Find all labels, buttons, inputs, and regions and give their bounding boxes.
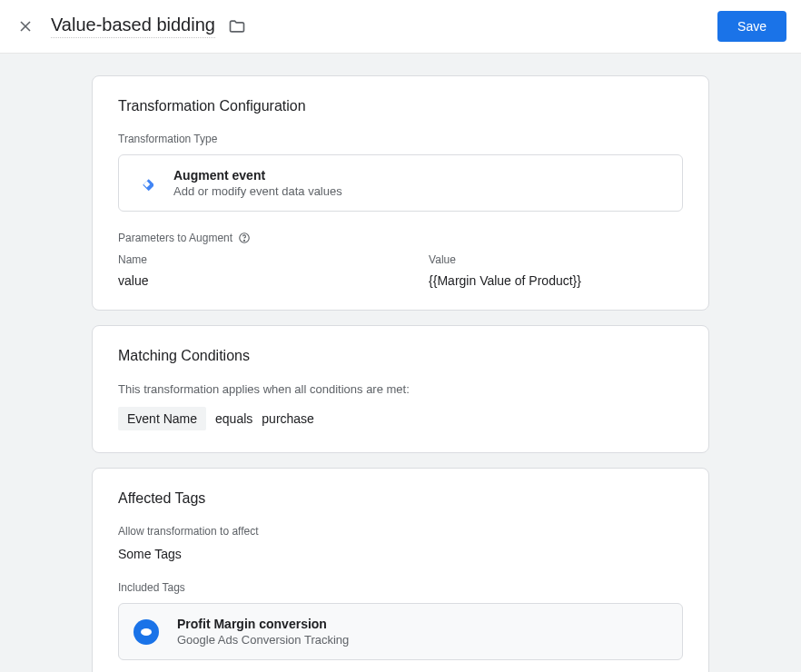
transformation-type-label: Transformation Type: [118, 133, 683, 145]
google-ads-icon: [134, 619, 159, 645]
type-title: Augment event: [173, 168, 342, 183]
condition-value: purchase: [262, 411, 314, 426]
conditions-desc: This transformation applies when all con…: [118, 382, 683, 396]
augment-event-icon: [134, 173, 155, 194]
tags-section-title: Affected Tags: [118, 490, 683, 507]
tag-desc: Google Ads Conversion Tracking: [177, 633, 349, 647]
condition-operator: equals: [215, 411, 252, 426]
page-title[interactable]: Value-based bidding: [51, 15, 215, 38]
included-tag-box[interactable]: Profit Margin conversion Google Ads Conv…: [118, 603, 683, 660]
save-button[interactable]: Save: [717, 11, 786, 42]
param-value-header: Value: [429, 253, 683, 266]
included-tags-label: Included Tags: [118, 581, 683, 594]
type-desc: Add or modify event data values: [173, 184, 342, 198]
conditions-section-title: Matching Conditions: [118, 348, 683, 364]
param-value-value: {{Margin Value of Product}}: [429, 273, 683, 288]
svg-point-6: [141, 628, 152, 636]
params-label-text: Parameters to Augment: [118, 232, 232, 244]
config-section-title: Transformation Configuration: [118, 98, 683, 114]
params-columns: Name value Value {{Margin Value of Produ…: [118, 253, 683, 288]
type-info: Augment event Add or modify event data v…: [173, 168, 342, 198]
affected-tags-card: Affected Tags Allow transformation to af…: [92, 468, 709, 672]
params-augment-label: Parameters to Augment: [118, 232, 683, 244]
condition-field-chip: Event Name: [118, 407, 206, 430]
param-name-value: value: [118, 273, 429, 288]
matching-conditions-card: Matching Conditions This transformation …: [92, 325, 709, 453]
page-body: Transformation Configuration Transformat…: [0, 54, 801, 672]
param-value-col: Value {{Margin Value of Product}}: [429, 253, 683, 288]
param-name-col: Name value: [118, 253, 429, 288]
transformation-type-box[interactable]: Augment event Add or modify event data v…: [118, 154, 683, 212]
title-wrap: Value-based bidding: [51, 15, 717, 38]
allow-affect-label: Allow transformation to affect: [118, 525, 683, 538]
condition-row: Event Name equals purchase: [118, 407, 683, 430]
header: Value-based bidding Save: [0, 0, 801, 54]
close-icon[interactable]: [15, 15, 36, 37]
svg-point-5: [244, 240, 245, 241]
tag-title: Profit Margin conversion: [177, 617, 349, 631]
param-name-header: Name: [118, 253, 429, 266]
transformation-config-card: Transformation Configuration Transformat…: [92, 75, 709, 311]
allow-affect-value: Some Tags: [118, 547, 683, 561]
help-icon[interactable]: [238, 232, 251, 244]
folder-icon[interactable]: [228, 17, 246, 35]
tag-info: Profit Margin conversion Google Ads Conv…: [177, 617, 349, 647]
